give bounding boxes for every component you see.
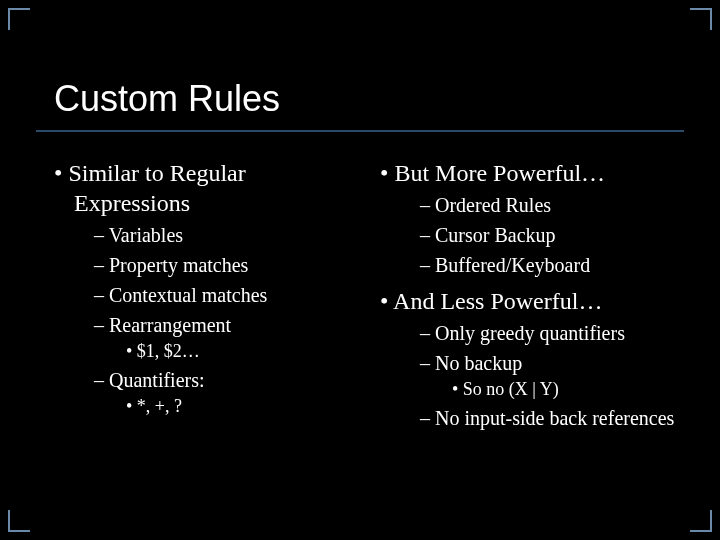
title-underline — [36, 130, 684, 132]
bullet-l3: $1, $2… — [126, 340, 360, 363]
content-columns: Similar to Regular Expressions Variables… — [54, 150, 686, 433]
bullet-l2: No backup — [420, 350, 686, 376]
bullet-l2: No input-side back references — [420, 405, 686, 431]
right-column: But More Powerful… Ordered Rules Cursor … — [380, 150, 686, 433]
bullet-l1: But More Powerful… — [380, 158, 686, 188]
bullet-l2: Buffered/Keyboard — [420, 252, 686, 278]
left-column: Similar to Regular Expressions Variables… — [54, 150, 360, 433]
bullet-l2: Contextual matches — [94, 282, 360, 308]
bullet-l2: Ordered Rules — [420, 192, 686, 218]
corner-decoration — [8, 510, 30, 532]
bullet-l2: Cursor Backup — [420, 222, 686, 248]
corner-decoration — [690, 8, 712, 30]
corner-decoration — [690, 510, 712, 532]
bullet-l1: And Less Powerful… — [380, 286, 686, 316]
slide-title: Custom Rules — [54, 78, 280, 120]
bullet-l3: *, +, ? — [126, 395, 360, 418]
bullet-l2: Quantifiers: — [94, 367, 360, 393]
slide: Custom Rules Similar to Regular Expressi… — [0, 0, 720, 540]
bullet-l2: Property matches — [94, 252, 360, 278]
bullet-l2: Variables — [94, 222, 360, 248]
bullet-l1: Similar to Regular Expressions — [54, 158, 360, 218]
bullet-l2: Rearrangement — [94, 312, 360, 338]
corner-decoration — [8, 8, 30, 30]
bullet-l3: So no (X | Y) — [452, 378, 686, 401]
bullet-l2: Only greedy quantifiers — [420, 320, 686, 346]
